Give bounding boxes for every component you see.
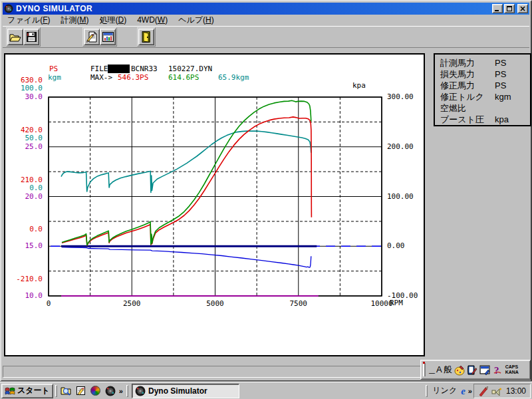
file-button-group	[6, 27, 41, 47]
x-axis-unit: RPM	[390, 299, 403, 307]
ime-toolbar[interactable]: ＿A 般 ? CAPS KANA	[420, 360, 531, 380]
menu-item-5[interactable]: ヘルプ(H)	[178, 15, 214, 26]
loss-hp-curve	[62, 247, 311, 268]
ime-dictionary-icon[interactable]	[467, 364, 478, 376]
taskbar: スタート » Dyno Simulator リンク e » 13:00	[0, 382, 532, 399]
maximize-icon	[507, 6, 512, 11]
max-torque: 65.9kgm	[218, 74, 249, 82]
legend-row: ブースト圧kpa	[440, 114, 530, 125]
device-tray-icon[interactable]	[491, 386, 502, 396]
notepad-shortcut-icon[interactable]	[75, 385, 87, 397]
dyno-shortcut-icon[interactable]	[104, 385, 116, 397]
menu-item-4[interactable]: 4WD(W)	[137, 15, 168, 25]
ime-conversion-mode[interactable]: 般	[444, 364, 452, 376]
caps-indicator: CAPS	[505, 364, 519, 370]
taskbar-grip3[interactable]	[426, 385, 428, 397]
close-button[interactable]: ×	[517, 4, 528, 13]
legend-row: 修正馬力PS	[440, 80, 530, 91]
chart-panel: PS kgm FILE: BCNR33 150227.DYN MAX-> 546…	[4, 53, 425, 356]
graph-display-button[interactable]	[100, 29, 116, 45]
legend-row: 空燃比	[440, 102, 530, 114]
menu-item-3[interactable]: 処理(D)	[99, 15, 126, 26]
max-measured-ps: 546.3PS	[118, 74, 148, 82]
internet-explorer-icon[interactable]: e	[461, 386, 466, 396]
close-icon: ×	[518, 4, 527, 13]
title-bar[interactable]: DYNO SIMULATOR ×	[3, 3, 529, 15]
dyno-simulator-task-button[interactable]: Dyno Simulator	[132, 384, 239, 398]
legend-row: 損失馬力PS	[440, 68, 530, 80]
clock[interactable]: 13:00	[506, 386, 526, 396]
dyno-chart	[5, 55, 424, 355]
pen-tray-icon[interactable]	[478, 386, 489, 396]
legend-row: 計測馬力PS	[440, 57, 530, 68]
max-corrected-ps: 614.6PS	[168, 74, 199, 82]
ime-lock-indicators[interactable]: CAPS KANA	[505, 364, 519, 375]
search-shortcut-icon[interactable]	[61, 385, 72, 397]
color-wheel-shortcut-icon[interactable]	[90, 385, 102, 397]
exit-button-group	[137, 27, 156, 47]
open-folder-icon	[9, 33, 21, 42]
taskbar-grip[interactable]	[55, 385, 57, 397]
maximize-button[interactable]	[504, 4, 515, 13]
left-unit-kgm: kgm	[48, 74, 61, 82]
corrected-torque-curve	[61, 131, 311, 193]
measure-button-group	[82, 27, 117, 47]
toolbar	[3, 26, 529, 48]
app-icon	[4, 4, 13, 13]
exit-door-icon	[142, 31, 151, 43]
measured-hp-curve	[62, 117, 311, 245]
redacted-text	[108, 65, 130, 73]
max-label: MAX->	[90, 74, 112, 82]
minimize-button[interactable]	[492, 4, 503, 13]
exit-button[interactable]	[138, 29, 154, 45]
graph-window-icon	[102, 32, 114, 42]
ime-grip[interactable]	[423, 363, 426, 376]
minimize-icon	[495, 10, 499, 11]
document-pencil-icon	[86, 31, 98, 43]
left-unit-ps: PS	[49, 65, 58, 73]
quicklaunch-overflow-chevron[interactable]: »	[118, 387, 124, 395]
window-title: DYNO SIMULATOR	[16, 4, 491, 13]
task-button-label: Dyno Simulator	[148, 386, 207, 396]
ime-help-icon[interactable]: ?	[492, 364, 503, 376]
save-floppy-icon	[27, 32, 37, 42]
right-axis-unit: kpa	[352, 82, 366, 90]
links-toolbar-label[interactable]: リンク	[432, 385, 457, 396]
ime-pad-icon[interactable]	[454, 364, 466, 376]
start-label: スタート	[17, 385, 50, 396]
dyno-simulator-window: DYNO SIMULATOR × ファイル(F)計測(M)処理(D)4WD(W)…	[0, 0, 532, 382]
screen: DYNO SIMULATOR × ファイル(F)計測(M)処理(D)4WD(W)…	[0, 0, 532, 399]
ime-properties-icon[interactable]	[479, 364, 491, 376]
car-code: BCNR33	[131, 65, 158, 73]
system-tray: 13:00	[473, 384, 531, 398]
menu-item-1[interactable]: ファイル(F)	[7, 15, 50, 26]
start-button[interactable]: スタート	[1, 384, 53, 398]
save-file-button[interactable]	[23, 29, 39, 45]
open-file-button[interactable]	[7, 29, 23, 45]
legend-row: 修正トルクkgm	[440, 91, 530, 102]
corrected-hp-curve	[62, 100, 311, 245]
menu-bar: ファイル(F)計測(M)処理(D)4WD(W)ヘルプ(H)	[3, 15, 529, 25]
file-name: 150227.DYN	[168, 65, 212, 73]
taskbar-grip2[interactable]	[126, 385, 128, 397]
measure-settings-button[interactable]	[84, 29, 100, 45]
svg-text:?: ?	[494, 365, 499, 376]
kana-indicator: KANA	[505, 370, 519, 375]
links-overflow-chevron[interactable]: »	[467, 387, 473, 395]
legend-panel: 計測馬力PS損失馬力PS修正馬力PS修正トルクkgm空燃比ブースト圧kpa	[434, 53, 531, 126]
windows-flag-icon	[5, 386, 15, 396]
dyno-task-icon	[135, 386, 146, 396]
ime-input-mode[interactable]: ＿A	[428, 364, 442, 376]
menu-item-2[interactable]: 計測(M)	[61, 15, 88, 26]
